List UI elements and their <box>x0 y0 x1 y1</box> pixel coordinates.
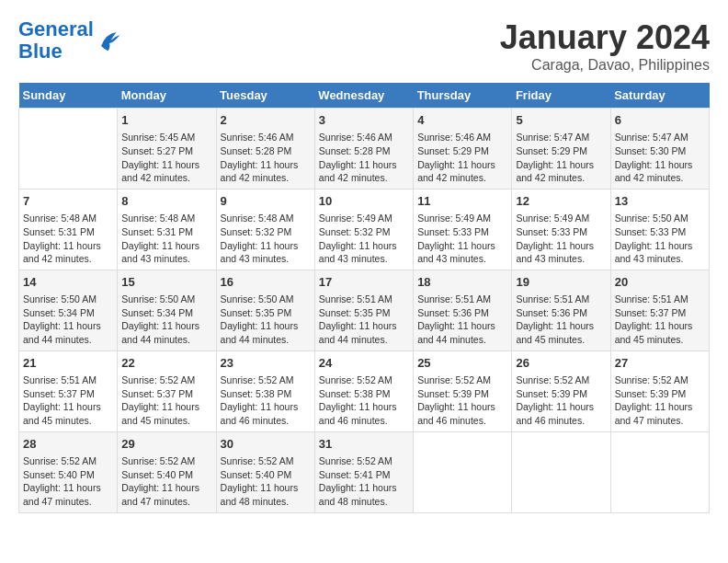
calendar-body: 1Sunrise: 5:45 AM Sunset: 5:27 PM Daylig… <box>19 109 710 513</box>
day-cell <box>512 431 610 512</box>
day-info: Sunrise: 5:49 AM Sunset: 5:33 PM Dayligh… <box>417 212 507 266</box>
day-cell: 12Sunrise: 5:49 AM Sunset: 5:33 PM Dayli… <box>512 189 610 270</box>
day-info: Sunrise: 5:50 AM Sunset: 5:33 PM Dayligh… <box>615 212 705 266</box>
day-info: Sunrise: 5:50 AM Sunset: 5:35 PM Dayligh… <box>221 293 311 347</box>
day-info: Sunrise: 5:51 AM Sunset: 5:35 PM Dayligh… <box>319 293 409 347</box>
day-info: Sunrise: 5:51 AM Sunset: 5:36 PM Dayligh… <box>516 293 606 347</box>
day-number: 4 <box>417 112 507 129</box>
page-header: GeneralBlue January 2024 Caraga, Davao, … <box>18 18 710 74</box>
day-number: 18 <box>417 274 507 291</box>
day-cell: 25Sunrise: 5:52 AM Sunset: 5:39 PM Dayli… <box>414 350 512 431</box>
week-row-1: 1Sunrise: 5:45 AM Sunset: 5:27 PM Daylig… <box>19 109 710 190</box>
week-row-4: 21Sunrise: 5:51 AM Sunset: 5:37 PM Dayli… <box>19 350 710 431</box>
day-info: Sunrise: 5:51 AM Sunset: 5:37 PM Dayligh… <box>615 293 705 347</box>
header-row: SundayMondayTuesdayWednesdayThursdayFrid… <box>19 83 710 109</box>
day-info: Sunrise: 5:52 AM Sunset: 5:39 PM Dayligh… <box>417 373 507 428</box>
day-cell <box>414 431 512 512</box>
day-info: Sunrise: 5:47 AM Sunset: 5:30 PM Dayligh… <box>615 131 705 185</box>
day-info: Sunrise: 5:46 AM Sunset: 5:28 PM Dayligh… <box>319 131 409 185</box>
day-number: 29 <box>121 436 211 453</box>
header-friday: Friday <box>512 83 610 109</box>
day-info: Sunrise: 5:52 AM Sunset: 5:37 PM Dayligh… <box>121 373 211 428</box>
header-monday: Monday <box>118 83 216 109</box>
week-row-5: 28Sunrise: 5:52 AM Sunset: 5:40 PM Dayli… <box>19 431 710 512</box>
day-number: 15 <box>121 274 211 291</box>
day-number: 2 <box>221 112 311 129</box>
day-info: Sunrise: 5:52 AM Sunset: 5:40 PM Dayligh… <box>221 454 311 509</box>
day-cell: 13Sunrise: 5:50 AM Sunset: 5:33 PM Dayli… <box>610 189 709 270</box>
day-cell: 14Sunrise: 5:50 AM Sunset: 5:34 PM Dayli… <box>19 270 118 350</box>
day-cell: 23Sunrise: 5:52 AM Sunset: 5:38 PM Dayli… <box>216 350 314 431</box>
day-number: 11 <box>417 193 507 210</box>
day-cell: 10Sunrise: 5:49 AM Sunset: 5:32 PM Dayli… <box>314 189 413 270</box>
day-number: 9 <box>221 193 311 210</box>
day-number: 16 <box>221 274 311 291</box>
day-info: Sunrise: 5:49 AM Sunset: 5:33 PM Dayligh… <box>516 212 606 266</box>
day-cell: 4Sunrise: 5:46 AM Sunset: 5:29 PM Daylig… <box>414 109 512 190</box>
day-info: Sunrise: 5:46 AM Sunset: 5:28 PM Dayligh… <box>221 131 311 185</box>
day-number: 7 <box>23 193 113 210</box>
calendar-table: SundayMondayTuesdayWednesdayThursdayFrid… <box>18 83 710 513</box>
header-wednesday: Wednesday <box>314 83 413 109</box>
logo-text: GeneralBlue <box>18 18 94 63</box>
day-info: Sunrise: 5:50 AM Sunset: 5:34 PM Dayligh… <box>23 293 113 347</box>
day-number: 25 <box>417 355 507 372</box>
day-info: Sunrise: 5:47 AM Sunset: 5:29 PM Dayligh… <box>516 131 606 185</box>
day-number: 28 <box>23 436 113 453</box>
day-number: 19 <box>516 274 606 291</box>
day-number: 30 <box>221 436 311 453</box>
day-number: 31 <box>319 436 409 453</box>
day-cell: 19Sunrise: 5:51 AM Sunset: 5:36 PM Dayli… <box>512 270 610 350</box>
day-info: Sunrise: 5:50 AM Sunset: 5:34 PM Dayligh… <box>121 293 211 347</box>
day-number: 5 <box>516 112 606 129</box>
day-cell: 2Sunrise: 5:46 AM Sunset: 5:28 PM Daylig… <box>216 109 314 190</box>
day-info: Sunrise: 5:49 AM Sunset: 5:32 PM Dayligh… <box>319 212 409 266</box>
logo: GeneralBlue <box>18 18 123 63</box>
day-cell: 15Sunrise: 5:50 AM Sunset: 5:34 PM Dayli… <box>118 270 216 350</box>
day-cell: 9Sunrise: 5:48 AM Sunset: 5:32 PM Daylig… <box>216 189 314 270</box>
week-row-2: 7Sunrise: 5:48 AM Sunset: 5:31 PM Daylig… <box>19 189 710 270</box>
day-number: 24 <box>319 355 409 372</box>
day-cell: 27Sunrise: 5:52 AM Sunset: 5:39 PM Dayli… <box>610 350 709 431</box>
day-info: Sunrise: 5:52 AM Sunset: 5:40 PM Dayligh… <box>23 454 113 509</box>
day-cell: 21Sunrise: 5:51 AM Sunset: 5:37 PM Dayli… <box>19 350 118 431</box>
day-info: Sunrise: 5:52 AM Sunset: 5:38 PM Dayligh… <box>221 373 311 428</box>
day-cell: 3Sunrise: 5:46 AM Sunset: 5:28 PM Daylig… <box>314 109 413 190</box>
day-number: 27 <box>615 355 705 372</box>
day-cell: 24Sunrise: 5:52 AM Sunset: 5:38 PM Dayli… <box>314 350 413 431</box>
main-title: January 2024 <box>500 18 710 57</box>
day-cell <box>19 109 118 190</box>
day-number: 3 <box>319 112 409 129</box>
day-cell: 8Sunrise: 5:48 AM Sunset: 5:31 PM Daylig… <box>118 189 216 270</box>
day-cell: 16Sunrise: 5:50 AM Sunset: 5:35 PM Dayli… <box>216 270 314 350</box>
day-number: 8 <box>121 193 211 210</box>
day-cell: 30Sunrise: 5:52 AM Sunset: 5:40 PM Dayli… <box>216 431 314 512</box>
day-info: Sunrise: 5:52 AM Sunset: 5:40 PM Dayligh… <box>121 454 211 509</box>
title-block: January 2024 Caraga, Davao, Philippines <box>500 18 710 74</box>
day-number: 1 <box>121 112 211 129</box>
sub-title: Caraga, Davao, Philippines <box>500 57 710 74</box>
day-number: 26 <box>516 355 606 372</box>
header-sunday: Sunday <box>19 83 118 109</box>
day-info: Sunrise: 5:48 AM Sunset: 5:31 PM Dayligh… <box>23 212 113 266</box>
logo-bird-icon <box>96 27 123 54</box>
day-cell: 20Sunrise: 5:51 AM Sunset: 5:37 PM Dayli… <box>610 270 709 350</box>
day-number: 21 <box>23 355 113 372</box>
day-number: 23 <box>221 355 311 372</box>
day-info: Sunrise: 5:52 AM Sunset: 5:39 PM Dayligh… <box>615 373 705 428</box>
day-cell: 28Sunrise: 5:52 AM Sunset: 5:40 PM Dayli… <box>19 431 118 512</box>
header-thursday: Thursday <box>414 83 512 109</box>
day-cell: 31Sunrise: 5:52 AM Sunset: 5:41 PM Dayli… <box>314 431 413 512</box>
day-cell: 18Sunrise: 5:51 AM Sunset: 5:36 PM Dayli… <box>414 270 512 350</box>
day-info: Sunrise: 5:45 AM Sunset: 5:27 PM Dayligh… <box>121 131 211 185</box>
day-cell: 11Sunrise: 5:49 AM Sunset: 5:33 PM Dayli… <box>414 189 512 270</box>
day-number: 22 <box>121 355 211 372</box>
day-number: 17 <box>319 274 409 291</box>
day-cell: 26Sunrise: 5:52 AM Sunset: 5:39 PM Dayli… <box>512 350 610 431</box>
day-cell: 6Sunrise: 5:47 AM Sunset: 5:30 PM Daylig… <box>610 109 709 190</box>
week-row-3: 14Sunrise: 5:50 AM Sunset: 5:34 PM Dayli… <box>19 270 710 350</box>
day-number: 13 <box>615 193 705 210</box>
day-info: Sunrise: 5:48 AM Sunset: 5:32 PM Dayligh… <box>221 212 311 266</box>
day-info: Sunrise: 5:52 AM Sunset: 5:38 PM Dayligh… <box>319 373 409 428</box>
day-cell: 5Sunrise: 5:47 AM Sunset: 5:29 PM Daylig… <box>512 109 610 190</box>
